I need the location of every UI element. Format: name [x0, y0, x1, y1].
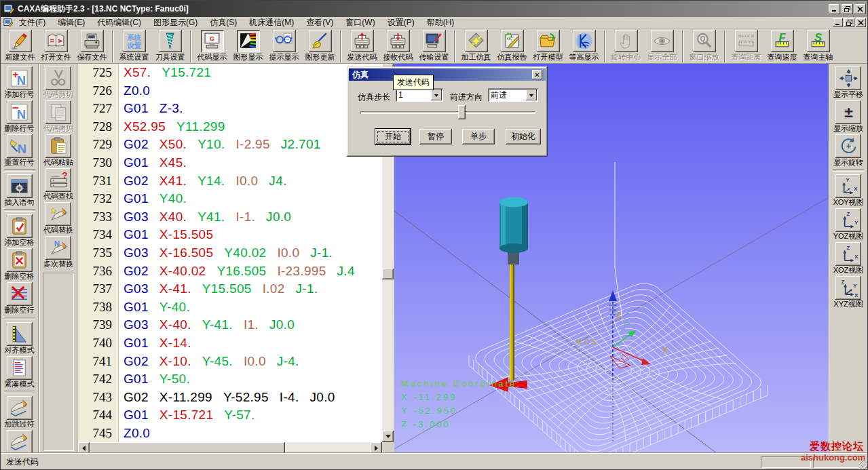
new-file-button[interactable]: 新建文件 [2, 29, 38, 62]
view-xoy-button[interactable]: YXXOY视图 [833, 174, 863, 207]
send-code-icon [351, 30, 374, 52]
code-cut-button[interactable]: 代码剪切 [43, 66, 73, 99]
menu-item[interactable]: 窗口(W) [339, 17, 381, 28]
contour-display-button[interactable]: 等高显示 [566, 29, 602, 62]
dialog-close-icon[interactable]: ✕ [532, 70, 542, 79]
tool-settings-button[interactable]: 刀具设置 [152, 29, 188, 62]
code-token: Y15.505 [202, 281, 252, 296]
transfer-settings-button[interactable]: 传输设置 [416, 29, 452, 62]
query-distance-icon [735, 30, 758, 52]
open-file-button[interactable]: 打开文件 [38, 29, 74, 62]
bottom-partial-button[interactable] [7, 429, 33, 452]
line-number: 734 [78, 226, 118, 244]
svg-text:G: G [210, 35, 214, 42]
speed-slider-track[interactable] [360, 111, 535, 114]
code-token: I0.0 [235, 174, 258, 188]
separator [604, 31, 606, 62]
scroll-right-icon[interactable] [375, 446, 381, 451]
line-number: 745 [78, 425, 118, 442]
compact-mode-button[interactable]: 紧凑模式 [5, 355, 35, 389]
mdi-close-icon[interactable] [856, 18, 866, 27]
view-xyz-button[interactable]: ZYXXYZ视图 [833, 275, 863, 309]
menu-item[interactable]: 设置(P) [381, 17, 421, 28]
speed-slider-thumb[interactable] [458, 105, 466, 119]
code-display-button[interactable]: G代码显示 [194, 29, 230, 62]
add-line-number-button[interactable]: N+添加行号 [5, 66, 35, 99]
system-settings-button[interactable]: 系统设置系统设置 [116, 29, 152, 62]
view-yoz-button[interactable]: ZYYOZ视图 [833, 208, 864, 241]
menu-item[interactable]: 文件(F) [13, 17, 52, 28]
hint-display-button[interactable]: 提示显示 [266, 29, 302, 62]
insert-statement-button[interactable]: 插入语句 [5, 174, 35, 207]
add-space-button[interactable]: 添加空格 [5, 214, 35, 247]
init-button[interactable]: 初始化 [506, 129, 541, 144]
query-speed-icon: F [771, 30, 794, 52]
code-token: Y-41. [202, 317, 233, 332]
step-button[interactable]: 单步 [462, 129, 495, 144]
rotate-view-button[interactable]: 显示旋转 [833, 134, 863, 167]
receive-code-button[interactable]: 接收代码 [380, 29, 416, 62]
pause-button[interactable]: 暂停 [419, 129, 452, 144]
vscroll-thumb[interactable] [382, 269, 394, 279]
mdi-minimize-icon[interactable] [833, 18, 843, 27]
delete-space-button[interactable]: 删除空格 [5, 248, 35, 281]
start-button[interactable]: 开始 [375, 129, 411, 144]
code-token: X57. [124, 65, 151, 79]
zoom-view-button[interactable]: ±显示缩放 [833, 100, 863, 133]
code-copy-button[interactable]: 代码拷贝 [43, 100, 73, 133]
simulation-report-button[interactable]: 仿真报告 [494, 29, 530, 62]
query-distance-button[interactable]: 查询距离 [728, 29, 764, 62]
reset-line-number-button[interactable]: N重置行号 [5, 134, 35, 167]
delete-blank-line-button[interactable]: 删除空行 [5, 281, 35, 315]
direction-combobox[interactable]: 前进 [488, 88, 538, 102]
menu-item[interactable]: 查看(V) [300, 17, 339, 28]
line-number: 730 [78, 154, 118, 172]
scroll-left-icon[interactable] [79, 446, 86, 451]
align-mode-button[interactable]: 对齐模式 [5, 321, 35, 355]
machining-simulation-button[interactable]: 加工仿真 [458, 29, 494, 62]
menu-item[interactable]: 帮助(H) [421, 17, 461, 28]
mdi-restore-icon[interactable] [844, 18, 854, 27]
send-code-button[interactable]: 发送代码 [344, 29, 380, 62]
open-model-button[interactable]: 打开模型 [530, 29, 566, 62]
code-token: X-15.505 [159, 227, 214, 241]
document-icon[interactable] [3, 18, 13, 27]
code-text-area[interactable]: X57.Y15.721Z0.0G01Z-3.X52.95Y11.299G02X5… [119, 64, 382, 442]
restore-icon[interactable] [842, 4, 853, 14]
save-file-button[interactable]: 保存文件 [74, 29, 110, 62]
show-all-button[interactable]: 显示全部 [644, 29, 680, 62]
query-spindle-button[interactable]: S查询主轴 [800, 29, 836, 62]
multi-replace-button[interactable]: N多次替换 [43, 235, 73, 269]
menu-item[interactable]: 机床通信(M) [243, 17, 300, 28]
graphics-display-button[interactable]: 图形显示 [230, 29, 266, 62]
step-dropdown-icon[interactable] [431, 90, 442, 100]
step-combobox[interactable]: 1 [396, 88, 443, 102]
scroll-down-icon[interactable] [385, 435, 391, 441]
graphics-update-button[interactable]: 图形更新 [302, 29, 338, 62]
pan-view-button[interactable]: 显示平移 [833, 66, 863, 99]
code-replace-button[interactable]: 代码替换 [43, 201, 73, 235]
dialog-title-bar[interactable]: 仿真 ✕ [349, 68, 546, 81]
delete-line-number-button[interactable]: N−删除行号 [5, 100, 35, 133]
del-blankline-icon [7, 282, 33, 306]
minimize-icon[interactable] [829, 4, 840, 14]
step-label: 仿真步长 [358, 92, 390, 103]
button-label: 多次替换 [43, 260, 73, 269]
view-toolbar: 显示平移±显示缩放显示旋转YXXOY视图ZYYOZ视图ZXXOZ视图ZYXXYZ… [829, 64, 867, 452]
menu-item[interactable]: 图形显示(G) [147, 17, 204, 28]
code-paste-button[interactable]: 代码粘贴 [43, 134, 73, 167]
rotate-center-button[interactable]: 旋转中心 [608, 29, 644, 62]
menu-item[interactable]: 编辑(E) [52, 17, 91, 28]
menu-item[interactable]: 仿真(S) [204, 17, 243, 28]
separator [833, 169, 864, 172]
view-xoz-button[interactable]: ZXXOZ视图 [833, 241, 864, 275]
close-icon[interactable] [854, 4, 866, 14]
add-skip-char-button[interactable]: 加跳过符 [5, 395, 35, 429]
code-editor[interactable]: 7257267277287297307317327337347357367377… [78, 64, 382, 442]
code-find-button[interactable]: ?代码查找 [43, 168, 73, 201]
menu-item[interactable]: 代码编辑(C) [91, 17, 147, 28]
window-zoom-button[interactable]: Q窗口缩放 [686, 29, 722, 62]
direction-dropdown-icon[interactable] [526, 90, 537, 100]
query-speed-button[interactable]: F查询速度 [764, 29, 800, 62]
button-label: 保存文件 [77, 52, 107, 62]
